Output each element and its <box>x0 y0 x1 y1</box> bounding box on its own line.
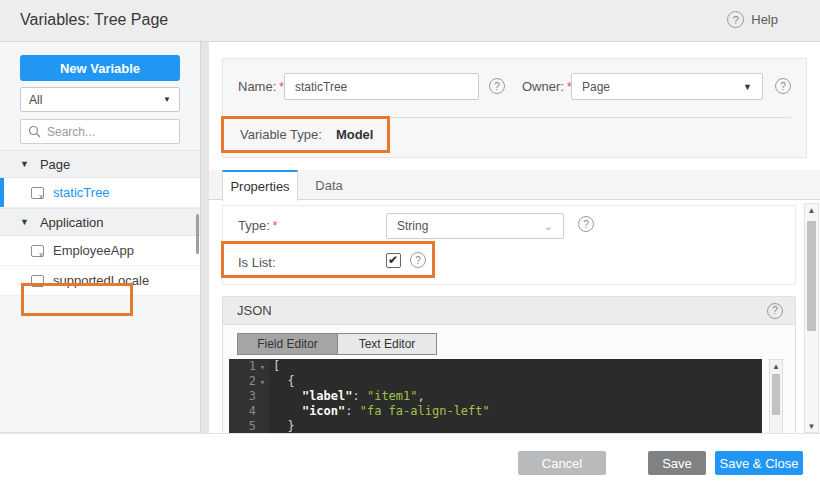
code-text: [ <box>269 359 280 374</box>
tree-item-supportedlocale[interactable]: supportedLocale <box>0 266 200 296</box>
json-code-editor[interactable]: 1 [ 2 { 3 "label": "item1", 4 "icon": "f… <box>229 359 762 433</box>
dialog-footer: Cancel Save Save & Close <box>0 433 820 491</box>
fold-caret-icon[interactable] <box>256 359 269 375</box>
owner-label: Owner:* <box>522 79 572 94</box>
json-title: JSON <box>237 303 272 318</box>
filter-selected-value: All <box>29 93 42 107</box>
tree-item-employeeapp[interactable]: EmployeeApp <box>0 236 200 266</box>
code-line: 4 "icon": "fa fa-align-left" <box>229 404 762 419</box>
chevron-down-icon: ▼ <box>163 95 171 104</box>
variable-icon <box>31 245 44 257</box>
variable-icon <box>31 275 44 287</box>
name-label: Name:* <box>238 79 284 94</box>
is-list-help-icon[interactable]: ? <box>410 252 426 268</box>
line-number: 5 <box>249 419 256 433</box>
code-line: 1 [ <box>229 359 762 374</box>
text-editor-button[interactable]: Text Editor <box>337 333 437 355</box>
editor-mode-buttons: Field Editor Text Editor <box>237 333 437 355</box>
tree-group-application[interactable]: ▼ Application <box>0 208 200 236</box>
variables-sidebar: New Variable All ▼ ▼ Page staticTree ▼ A… <box>0 42 200 433</box>
line-number: 2 <box>249 374 256 389</box>
type-help-icon[interactable]: ? <box>578 216 594 232</box>
variable-detail-panel: Name:* ? Owner:* Page ▼ ? Variable Type:… <box>209 42 820 433</box>
line-number: 3 <box>249 389 256 404</box>
variable-search[interactable] <box>20 119 180 144</box>
owner-select[interactable]: Page ▼ <box>571 73 763 100</box>
new-variable-button[interactable]: New Variable <box>20 55 180 81</box>
tab-properties[interactable]: Properties <box>222 170 298 201</box>
tree-group-label: Application <box>40 215 104 230</box>
type-selected-value: String <box>397 219 428 233</box>
code-text: } <box>269 419 295 433</box>
search-icon <box>28 125 41 138</box>
variables-dialog: Variables: Tree Page ? Help New Variable… <box>0 0 820 491</box>
variable-type-highlight-box: Variable Type: Model <box>221 116 390 153</box>
scroll-up-icon[interactable]: ▲ <box>805 204 818 216</box>
field-editor-button[interactable]: Field Editor <box>237 333 337 355</box>
editor-scrollbar-thumb[interactable] <box>772 374 780 415</box>
required-asterisk: * <box>273 219 278 233</box>
help-link[interactable]: ? Help <box>727 11 778 28</box>
name-help-icon[interactable]: ? <box>489 78 505 94</box>
chevron-down-icon: ⌄ <box>544 220 553 233</box>
variable-icon <box>31 187 44 199</box>
tree-item-label: EmployeeApp <box>53 243 134 258</box>
is-list-label: Is List: <box>238 255 276 270</box>
json-section-header: JSON ? <box>223 297 795 325</box>
tree-item-statictree[interactable]: staticTree <box>0 178 200 208</box>
code-text: { <box>269 374 295 389</box>
tab-data[interactable]: Data <box>305 170 353 200</box>
json-help-icon[interactable]: ? <box>767 303 783 319</box>
sidebar-divider <box>200 42 209 433</box>
save-and-close-button[interactable]: Save & Close <box>715 451 803 475</box>
variables-tree: ▼ Page staticTree ▼ Application Employee… <box>0 150 200 296</box>
code-line: 2 { <box>229 374 762 389</box>
is-list-checkbox[interactable] <box>386 253 401 268</box>
editor-scrollbar[interactable]: ▲ <box>769 359 783 433</box>
save-button[interactable]: Save <box>648 451 706 475</box>
tree-item-label: staticTree <box>53 185 110 200</box>
detail-tab-bar: Properties Data <box>209 170 820 200</box>
code-text: "label": "item1", <box>269 389 425 404</box>
help-icon: ? <box>727 11 744 28</box>
dialog-header: Variables: Tree Page ? Help <box>0 0 820 42</box>
variable-type-label: Variable Type: <box>240 127 322 142</box>
code-line: 3 "label": "item1", <box>229 389 762 404</box>
sidebar-scrollbar-thumb[interactable] <box>196 214 199 254</box>
variable-form-panel: Name:* ? Owner:* Page ▼ ? Variable Type:… <box>222 58 807 158</box>
scroll-down-icon[interactable]: ▼ <box>805 420 818 432</box>
content-scrollbar[interactable]: ▲ ▼ <box>804 203 819 433</box>
cancel-button[interactable]: Cancel <box>518 451 606 475</box>
code-line: 5 } <box>229 419 762 433</box>
owner-selected-value: Page <box>582 80 610 94</box>
code-text: "icon": "fa fa-align-left" <box>269 404 490 419</box>
scroll-up-icon[interactable]: ▲ <box>770 360 782 372</box>
search-input[interactable] <box>47 125 157 139</box>
chevron-down-icon: ▼ <box>743 82 752 92</box>
fold-caret-icon[interactable] <box>256 374 269 390</box>
page-title: Variables: Tree Page <box>20 11 168 29</box>
tree-item-label: supportedLocale <box>53 273 149 288</box>
selected-indicator <box>0 178 4 207</box>
collapse-caret-icon: ▼ <box>20 217 29 227</box>
owner-help-icon[interactable]: ? <box>775 78 791 94</box>
type-label: Type:* <box>238 218 277 233</box>
tree-group-label: Page <box>40 157 70 172</box>
collapse-caret-icon: ▼ <box>20 159 29 169</box>
name-input[interactable] <box>284 73 479 100</box>
variable-type-value: Model <box>336 127 374 142</box>
help-label: Help <box>751 12 778 27</box>
line-number: 4 <box>249 404 256 419</box>
type-select[interactable]: String ⌄ <box>386 213 564 239</box>
line-number: 1 <box>249 359 256 374</box>
json-section: JSON ? Field Editor Text Editor 1 [ 2 { … <box>222 296 796 433</box>
properties-panel: Type:* String ⌄ ? Is List: ? <box>222 205 796 285</box>
variable-filter-select[interactable]: All ▼ <box>20 87 180 112</box>
tree-group-page[interactable]: ▼ Page <box>0 150 200 178</box>
content-scrollbar-thumb[interactable] <box>807 221 816 331</box>
